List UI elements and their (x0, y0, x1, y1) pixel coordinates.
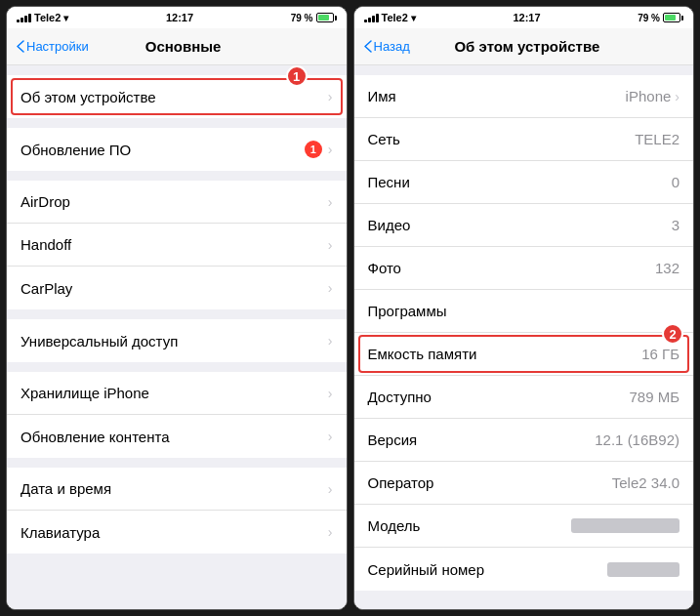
item-about-right: › (328, 89, 333, 104)
value-serial: ████████ (607, 562, 679, 577)
left-phone: Tele2 ▾ 12:17 79 % Настройки (6, 6, 348, 610)
section-5: Хранилище iPhone › Обновление контента › (7, 362, 347, 458)
step-1-circle: 1 (286, 65, 308, 87)
item-keyboard-right: › (328, 524, 333, 540)
right-wifi-icon: ▾ (411, 13, 416, 23)
gap (7, 309, 347, 319)
chevron-icon: › (328, 142, 333, 157)
value-video: 3 (672, 217, 679, 233)
left-settings-content: 1 Об этом устройстве › Обновление ПО 1 › (7, 65, 347, 609)
item-handoff[interactable]: Handoff › (7, 224, 347, 267)
item-storage[interactable]: Хранилище iPhone › (7, 372, 347, 415)
item-airdrop-label: AirDrop (21, 193, 70, 210)
battery-tip (335, 16, 337, 21)
right-detail-content: Имя iPhone › Сеть TELE2 Песни 0 (354, 65, 694, 609)
right-nav-title: Об этом устройстве (410, 38, 644, 55)
wifi-icon: ▾ (63, 13, 68, 23)
signal-bars (17, 13, 31, 22)
update-badge: 1 (305, 141, 322, 158)
label-songs: Песни (368, 174, 410, 190)
value-songs: 0 (672, 174, 679, 190)
value-photos: 132 (655, 260, 679, 276)
top-gap (354, 65, 694, 75)
right-status-left: Tele2 ▾ (364, 12, 416, 23)
item-carplay-label: CarPlay (21, 280, 72, 297)
right-battery-pct: 79 % (638, 13, 660, 23)
row-name[interactable]: Имя iPhone › (354, 75, 694, 118)
item-update-right: 1 › (305, 141, 333, 158)
battery-fill (665, 15, 676, 21)
chevron-icon: › (328, 386, 333, 401)
section-3: AirDrop › Handoff › CarPlay › (7, 171, 347, 309)
item-accessibility-right: › (328, 333, 333, 349)
bar3 (24, 16, 27, 22)
left-back-button[interactable]: Настройки (17, 39, 89, 54)
value-capacity: 16 ГБ (641, 346, 679, 362)
name-right: iPhone › (626, 88, 679, 104)
bar4 (28, 14, 31, 22)
section-1: 1 Об этом устройстве › (7, 65, 347, 118)
section-2: Обновление ПО 1 › (7, 118, 347, 171)
left-carrier: Tele2 (34, 12, 61, 23)
section-4: Универсальный доступ › (7, 309, 347, 362)
item-handoff-label: Handoff (21, 236, 71, 253)
label-video: Видео (368, 217, 411, 233)
row-available: Доступно 789 МБ (354, 376, 694, 419)
back-chevron-icon (17, 40, 24, 53)
row-video: Видео 3 (354, 204, 694, 247)
item-content-update-right: › (328, 429, 333, 444)
item-update-label: Обновление ПО (21, 142, 131, 158)
chevron-icon: › (328, 429, 333, 444)
right-phone: Tele2 ▾ 12:17 79 % Назад (353, 6, 695, 610)
value-available: 789 МБ (629, 389, 679, 405)
label-name: Имя (368, 88, 396, 104)
value-version: 12.1 (16B92) (595, 431, 679, 448)
label-network: Сеть (368, 131, 400, 147)
left-status-right: 79 % (291, 13, 337, 23)
right-battery-icon (663, 13, 683, 22)
bar3 (372, 16, 375, 22)
item-airdrop[interactable]: AirDrop › (7, 181, 347, 224)
gap (7, 171, 347, 181)
row-network: Сеть TELE2 (354, 118, 694, 161)
item-keyboard-label: Клавиатура (21, 524, 100, 541)
item-keyboard[interactable]: Клавиатура › (7, 511, 347, 554)
gap (7, 118, 347, 128)
label-serial: Серийный номер (368, 561, 485, 578)
item-carplay[interactable]: CarPlay › (7, 267, 347, 309)
right-back-button[interactable]: Назад (364, 39, 410, 54)
item-content-update-label: Обновление контента (21, 429, 170, 445)
item-accessibility[interactable]: Универсальный доступ › (7, 319, 347, 362)
item-about-device[interactable]: 1 Об этом устройстве › (7, 75, 347, 118)
name-chevron-icon: › (675, 89, 679, 104)
gap (7, 458, 347, 468)
back-chevron-icon (364, 40, 372, 53)
detail-section: Имя iPhone › Сеть TELE2 Песни 0 (354, 75, 694, 591)
item-datetime-right: › (328, 481, 333, 497)
item-update[interactable]: Обновление ПО 1 › (7, 128, 347, 171)
left-time: 12:17 (166, 12, 193, 23)
label-operator: Оператор (368, 474, 434, 491)
right-carrier: Tele2 (382, 12, 408, 23)
left-back-label: Настройки (26, 39, 89, 54)
value-name: iPhone (626, 88, 672, 104)
label-capacity: Емкость памяти (368, 346, 477, 362)
section-6: Дата и время › Клавиатура › (7, 458, 347, 554)
battery-tip (681, 16, 683, 21)
right-status-bar: Tele2 ▾ 12:17 79 % (354, 7, 694, 28)
chevron-icon: › (328, 237, 333, 253)
step-2-circle: 2 (662, 323, 683, 345)
row-songs: Песни 0 (354, 161, 694, 204)
left-status-bar: Tele2 ▾ 12:17 79 % (7, 7, 347, 28)
row-operator: Оператор Tele2 34.0 (354, 462, 694, 505)
battery-body (316, 13, 334, 22)
item-content-update[interactable]: Обновление контента › (7, 415, 347, 458)
value-model: ████████████ (571, 518, 679, 533)
battery-body (663, 13, 680, 22)
item-carplay-right: › (328, 280, 333, 296)
item-datetime[interactable]: Дата и время › (7, 468, 347, 511)
bar2 (21, 18, 23, 22)
item-accessibility-label: Универсальный доступ (21, 333, 178, 349)
row-apps: Программы (354, 290, 694, 333)
right-back-label: Назад (374, 39, 410, 54)
